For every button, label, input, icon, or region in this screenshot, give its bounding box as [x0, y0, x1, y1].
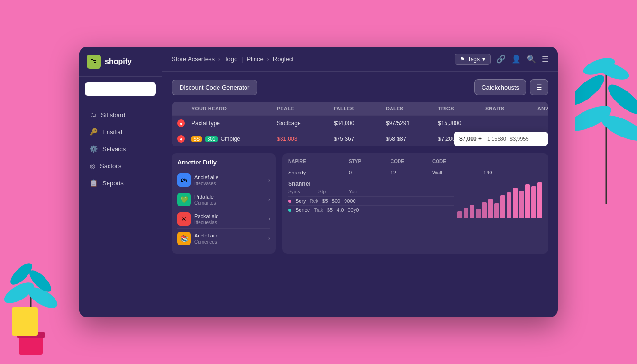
sub-col-syins: Syins: [288, 189, 317, 194]
shopify-logo-icon: 🛍: [87, 55, 101, 69]
popup-val2: $3,9955: [510, 136, 529, 142]
main-window: 🛍 shopify 🗂 Sit sbard 🔑 Ensifial ⚙️ Setv…: [79, 47, 558, 317]
col-header-trigs: Trigs: [438, 106, 485, 111]
col-header-name: Your Heard: [191, 106, 277, 111]
row1-status-icon: ●: [177, 119, 185, 127]
sub-col-you: You: [349, 189, 377, 194]
row2-falles: $75 $67: [334, 136, 386, 142]
app-name-1: Anclef aile: [194, 174, 264, 181]
services-icon: ⚙️: [90, 145, 98, 153]
app-name-3: Packat aid: [194, 213, 264, 219]
search-icon[interactable]: 🔍: [527, 55, 536, 64]
plant-right-decoration: [575, 24, 637, 213]
page-background: 🛍 shopify 🗂 Sit sbard 🔑 Ensifial ⚙️ Setv…: [0, 0, 637, 364]
bar-13: [531, 186, 536, 218]
sub-item-2-v1: $5: [327, 207, 333, 213]
app-sub-3: Ittecuesias: [194, 220, 264, 225]
row1-name: Pactat type: [191, 120, 277, 127]
bar-chart: [457, 181, 543, 218]
sub-item-1: Sory Rek $5 $00 9000: [288, 196, 454, 205]
row2-status-icon: ●: [177, 135, 185, 143]
table-row: ● Pactat type Sactbage $34,000 $97/5291 …: [172, 115, 548, 131]
rth-napire: Napire: [288, 159, 345, 164]
tags-chevron-icon: ▾: [482, 56, 485, 63]
app-icon-3: ✕: [177, 212, 191, 226]
user-icon[interactable]: 👤: [511, 55, 521, 64]
sidebar-item-dashboard-label: Sit sbard: [101, 111, 125, 118]
popup-values: 1.15580 $3,9955: [487, 136, 529, 142]
sidebar-item-essential[interactable]: 🔑 Ensifial: [82, 124, 159, 139]
popup-price-value: $7,000 +: [459, 136, 482, 142]
plant-left-decoration: [0, 198, 62, 364]
col-header-anvoys: Anvoys: [537, 106, 548, 111]
sub-item-2-v2: 4.0: [337, 207, 344, 213]
row1-icon: ●: [177, 119, 191, 127]
app-info-2: Prdafale Cumantes: [194, 193, 264, 205]
bar-7: [494, 203, 499, 218]
right-table-row: Shandy 0 12 Wall 140: [288, 167, 543, 178]
sidebar-item-services[interactable]: ⚙️ Setvaics: [82, 141, 159, 156]
sidebar-item-reports-label: Seports: [102, 180, 124, 187]
header-right-actions: Catekchousts ☰: [474, 79, 548, 95]
sidebar-search-input[interactable]: [85, 82, 156, 96]
badge-yellow: $S: [191, 136, 202, 142]
tags-label: Tags: [468, 56, 480, 63]
sidebar-item-essential-label: Ensifial: [102, 128, 122, 136]
sub-item-1-v3: 9000: [344, 198, 355, 204]
sidebar-item-sections-label: Sactoils: [100, 163, 122, 170]
dot-pink-1: [288, 200, 291, 203]
app-sub-4: Cumences: [194, 239, 264, 245]
col-header-dales: Dales: [386, 106, 438, 111]
sidebar-nav: 🗂 Sit sbard 🔑 Ensifial ⚙️ Setvaics ◎ Sac…: [79, 103, 162, 194]
app-item-2[interactable]: 💚 Prdafale Cumantes ›: [177, 190, 270, 209]
rtd-code1: 12: [391, 170, 428, 175]
col-header-falles: Falles: [334, 106, 386, 111]
sub-header: Syins Stp You: [288, 189, 454, 194]
popup-val1: 1.15580: [487, 136, 506, 142]
app-icon-4: 📚: [177, 232, 191, 245]
menu-icon[interactable]: ☰: [542, 55, 548, 64]
link-icon[interactable]: 🔗: [496, 55, 506, 64]
app-item-4[interactable]: 📚 Anclef aile Cumences ›: [177, 229, 270, 248]
price-popup: $7,000 + 1.15580 $3,9955: [454, 132, 548, 146]
app-name-4: Anclef aile: [194, 232, 264, 239]
row2-dales-text: $58 $87: [386, 136, 406, 142]
app-info-4: Anclef aile Cumences: [194, 232, 264, 244]
svg-rect-7: [12, 307, 38, 336]
discount-title-button[interactable]: Discount Code Generator: [172, 80, 257, 95]
sidebar-logo: 🛍 shopify: [79, 55, 162, 77]
rtd-code2: Wall: [432, 170, 480, 175]
app-info-1: Anclef aile Itteovases: [194, 174, 264, 186]
dot-teal-2: [288, 209, 291, 212]
cater-button[interactable]: Catekchousts: [474, 79, 526, 95]
row2-icon: ●: [177, 135, 191, 143]
bar-1: [457, 211, 462, 218]
bar-4: [476, 209, 481, 218]
app-item-3[interactable]: ✕ Packat aid Ittecuesias ›: [177, 209, 270, 229]
right-section: Napire Styp Code Code Shandy 0 12 Wall: [282, 153, 548, 254]
sub-item-2-name: Sonce: [295, 207, 310, 213]
col-header-snaits: Snaits: [485, 106, 537, 111]
sub-item-2: Sonce Trak $5 4.0 00y0: [288, 205, 454, 214]
breadcrumb-roglect: Roglect: [273, 55, 294, 63]
right-table-header: Napire Styp Code Code: [288, 159, 543, 164]
sidebar-item-reports[interactable]: 📋 Seports: [82, 175, 159, 191]
chevron-icon-4: ›: [268, 235, 270, 242]
sections-icon: ◎: [90, 162, 95, 170]
main-table-section: ← Your Heard Peale Falles Dales Trigs Sn…: [172, 102, 548, 146]
sub-item-1-v2: $00: [332, 198, 340, 204]
apps-section: Arnetter Drily 🛍 Anclef aile Itteovases …: [172, 153, 276, 254]
tags-button[interactable]: ⚑ Tags ▾: [455, 54, 491, 65]
discount-header: Discount Code Generator Catekchousts ☰: [172, 79, 548, 95]
sidebar-item-dashboard[interactable]: 🗂 Sit sbard: [82, 107, 159, 122]
app-item-1[interactable]: 🛍 Anclef aile Itteovases ›: [177, 171, 270, 190]
rth-styp: Styp: [349, 159, 387, 164]
col-header-peale: Peale: [277, 106, 334, 111]
rtd-val: 140: [483, 170, 521, 175]
menu-button[interactable]: ☰: [530, 79, 548, 95]
sub-item-1-v1: $5: [322, 198, 328, 204]
sidebar-item-sections[interactable]: ◎ Sactoils: [82, 158, 159, 173]
sub-table: Shannel Syins Stp You Sory: [288, 181, 454, 218]
sub-item-1-sub: Rek: [310, 199, 318, 204]
row2-name: Cmplge: [221, 136, 240, 142]
